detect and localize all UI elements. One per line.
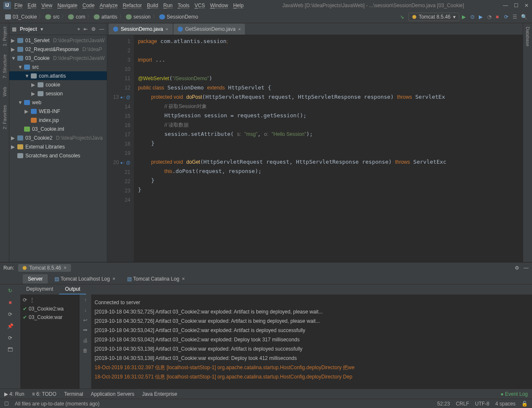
run-config-selector[interactable]: ⬣ Tomcat 8.5.46 ▾ [408, 13, 459, 21]
console-output[interactable]: Connected to server[2019-10-18 04:30:52,… [91, 295, 532, 389]
tool-tab[interactable]: 1: Project [2, 27, 7, 46]
print-icon[interactable]: 🖨 [83, 338, 88, 343]
gear-icon[interactable]: ⚙ [515, 265, 519, 271]
stop-icon[interactable]: ■ [6, 299, 14, 306]
run-tab[interactable]: Server [23, 274, 48, 284]
artifact-item[interactable]: ✔03_Cookie:war [23, 313, 76, 322]
menu-navigate[interactable]: Navigate [57, 3, 77, 8]
update-icon[interactable]: ⟳ [6, 311, 14, 318]
tree-caret-icon[interactable]: ▶ [11, 46, 15, 52]
clear-icon[interactable]: 🗑 [83, 348, 88, 354]
update-icon[interactable]: ⟳ [504, 14, 510, 20]
menu-edit[interactable]: Edit [27, 3, 36, 8]
hide-icon[interactable]: — [99, 26, 104, 32]
up-icon[interactable]: ↑ [84, 297, 87, 303]
tool-tab[interactable]: 2: Favorites [2, 105, 7, 129]
tree-item[interactable]: ▼com.atlantis [9, 71, 107, 80]
menu-help[interactable]: Help [233, 3, 244, 8]
lock-icon[interactable]: 🔓 [521, 401, 528, 407]
tree-caret-icon[interactable]: ▼ [11, 55, 15, 61]
menu-tools[interactable]: Tools [178, 3, 190, 8]
line-separator[interactable]: CRLF [456, 401, 469, 407]
code-editor[interactable]: 12310111213 ●↑ @14151617181920 ●↑ @21222… [107, 35, 523, 262]
close-icon[interactable]: × [238, 27, 241, 32]
breadcrumb-item[interactable]: 03_Cookie [5, 14, 37, 20]
tree-item[interactable]: ▼03_Cookie D:\IdeaProjects\JavaW [9, 54, 107, 62]
menu-code[interactable]: Code [82, 3, 95, 8]
minimize-icon[interactable]: — [503, 3, 508, 8]
caret-position[interactable]: 52:23 [437, 401, 450, 407]
run-icon[interactable]: ▶ [462, 14, 468, 20]
close-icon[interactable]: × [64, 265, 67, 271]
close-icon[interactable]: × [112, 276, 115, 282]
menu-build[interactable]: Build [147, 3, 158, 8]
tool-tab[interactable]: Web [2, 87, 7, 96]
breadcrumb-item[interactable]: session [126, 14, 151, 20]
tree-caret-icon[interactable]: ▶ [31, 82, 35, 88]
event-log-tab[interactable]: ● Event Log [500, 391, 528, 397]
wrap-icon[interactable]: ↩ [83, 317, 87, 323]
tree-caret-icon[interactable]: ▶ [11, 38, 15, 43]
close-icon[interactable]: × [166, 27, 168, 32]
tool-tab[interactable]: 7: Structure [2, 54, 7, 78]
menu-refactor[interactable]: Refactor [123, 3, 142, 8]
breadcrumb-item[interactable]: atlantis [94, 14, 117, 20]
tree-caret-icon[interactable]: ▶ [11, 135, 15, 141]
menu-file[interactable]: File [14, 3, 22, 8]
tree-item[interactable]: ▶cookie [9, 80, 107, 89]
tree-caret-icon[interactable]: ▼ [24, 73, 29, 79]
tree-item[interactable]: index.jsp [9, 116, 107, 124]
editor-tab[interactable]: GetSessionDemo.java× [174, 24, 245, 35]
structure-icon[interactable]: ☰ [513, 14, 518, 20]
rerun-icon[interactable]: ↻ [6, 287, 14, 295]
tree-item[interactable]: ▶WEB-INF [9, 107, 107, 116]
override-icon[interactable]: ●↑ @ [120, 160, 130, 165]
deploy-refresh-icon[interactable]: ⟳ [23, 297, 27, 303]
gear-icon[interactable]: ⚙ [91, 26, 96, 32]
tree-item[interactable]: ▶02_Request&Response D:\IdeaP [9, 45, 107, 54]
tree-item[interactable]: Scratches and Consoles [9, 151, 107, 160]
scroll-icon[interactable]: ⮕ [83, 327, 88, 333]
down-icon[interactable]: ↓ [84, 307, 87, 313]
editor-tab[interactable]: SessionDemo.java× [109, 24, 173, 35]
menu-analyze[interactable]: Analyze [100, 3, 118, 8]
search-icon[interactable]: 🔍 [521, 14, 527, 20]
profile-icon[interactable]: ◔ [487, 14, 493, 20]
build-icon[interactable]: ↘ [400, 14, 406, 20]
coverage-icon[interactable]: ▶ [479, 14, 485, 20]
maximize-icon[interactable]: ☐ [514, 3, 518, 8]
close-icon[interactable]: × [182, 276, 185, 282]
run-subtab[interactable]: Output [59, 284, 86, 295]
menu-window[interactable]: Window [210, 3, 228, 8]
artifact-item[interactable]: ✔03_Cookie2:wa [23, 305, 76, 313]
collapse-icon[interactable]: ⇤ [84, 26, 88, 32]
breadcrumb-item[interactable]: com [68, 14, 85, 20]
run-subtab[interactable]: Deployment [20, 284, 59, 295]
run-tab[interactable]: ▤ Tomcat Localhost Log× [49, 274, 120, 284]
bottom-tool-tab[interactable]: ▶ 4: Run [4, 391, 24, 397]
override-icon[interactable]: ●↑ @ [120, 95, 130, 100]
menu-vcs[interactable]: VCS [195, 3, 205, 8]
code-content[interactable]: package com.atlantis.session; import ...… [134, 35, 523, 262]
bottom-tool-tab[interactable]: ≡ 6: TODO [32, 391, 57, 397]
run-config-tab[interactable]: ⬣ Tomcat 8.5.46 × [18, 264, 71, 272]
close-icon[interactable]: ✕ [524, 3, 529, 8]
bottom-tool-tab[interactable]: Java Enterprise [142, 391, 177, 397]
tree-caret-icon[interactable]: ▼ [18, 100, 22, 105]
indent-setting[interactable]: 4 spaces [495, 401, 516, 407]
menu-view[interactable]: View [41, 3, 52, 8]
bottom-tool-tab[interactable]: Terminal [64, 391, 83, 397]
refresh-icon[interactable]: ⟳ [6, 334, 14, 342]
tree-item[interactable]: ▼src [9, 62, 107, 71]
breadcrumb-item[interactable]: SessionDemo [159, 14, 198, 20]
browser-icon[interactable]: 🗔 [6, 346, 14, 354]
tree-item[interactable]: ▶session [9, 89, 107, 98]
tree-caret-icon[interactable]: ▶ [24, 108, 29, 114]
project-tree[interactable]: ▶01_Servlet D:\IdeaProjects\JavaW▶02_Req… [9, 35, 107, 262]
chevron-down-icon[interactable]: ▾ [41, 26, 43, 32]
run-tab[interactable]: ▤ Tomcat Catalina Log× [122, 274, 190, 284]
tree-item[interactable]: ▶External Libraries [9, 142, 107, 151]
tree-caret-icon[interactable]: ▶ [11, 144, 15, 150]
tree-item[interactable]: 03_Cookie.iml [9, 124, 107, 133]
locate-icon[interactable]: ⌖ [77, 26, 80, 32]
